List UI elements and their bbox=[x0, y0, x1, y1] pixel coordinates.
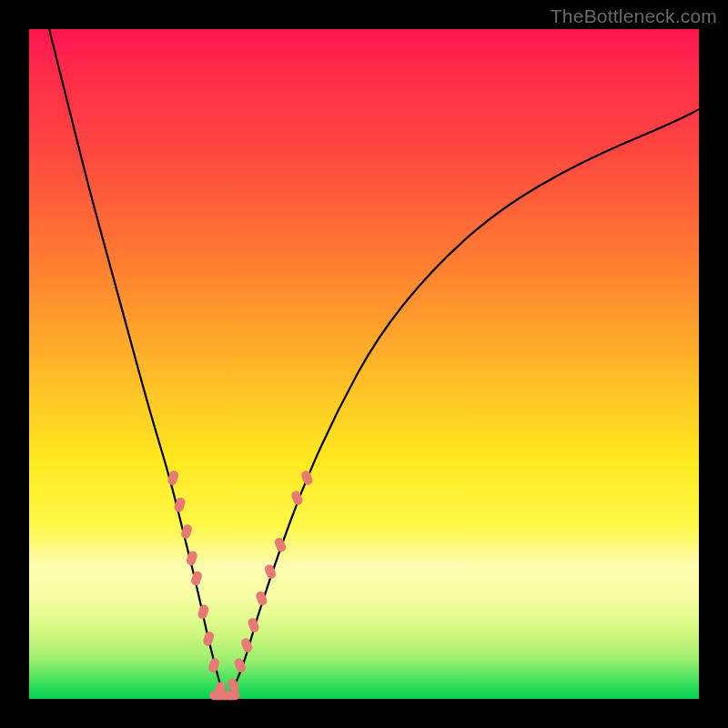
data-marker bbox=[273, 536, 287, 553]
data-marker bbox=[207, 657, 220, 673]
data-marker bbox=[226, 691, 240, 700]
data-marker bbox=[247, 617, 260, 634]
data-marker bbox=[202, 631, 215, 647]
data-marker bbox=[186, 550, 198, 566]
data-markers bbox=[167, 470, 314, 700]
plot-area bbox=[29, 29, 699, 699]
data-marker bbox=[300, 470, 314, 487]
bottleneck-curve bbox=[49, 29, 699, 695]
curve-svg bbox=[29, 29, 699, 699]
data-marker bbox=[197, 603, 209, 620]
chart-frame: TheBottleneck.com bbox=[0, 0, 728, 728]
data-marker bbox=[190, 570, 203, 586]
watermark-text: TheBottleneck.com bbox=[551, 5, 717, 27]
